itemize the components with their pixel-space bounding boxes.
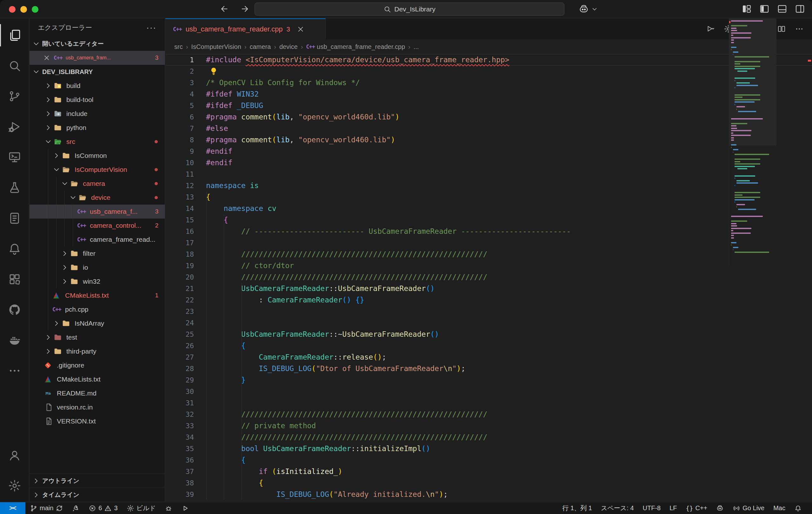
lightbulb-icon[interactable]: [209, 67, 218, 76]
tree-item-build-tool[interactable]: build-tool: [30, 93, 165, 107]
tree-item-filter[interactable]: filter: [30, 246, 165, 261]
toggle-primary-sidebar-icon[interactable]: [759, 4, 770, 14]
line-number[interactable]: 22: [165, 296, 194, 304]
outline-section[interactable]: アウトライン: [30, 474, 165, 488]
code-line-7[interactable]: 7#else: [165, 123, 812, 134]
problems-item[interactable]: 6 3: [84, 502, 122, 514]
tree-item-cmakelists-txt[interactable]: CMakeLists.txt1: [30, 289, 165, 302]
tree-item-include[interactable]: include: [30, 107, 165, 121]
open-editor-item[interactable]: C++ usb_camera_fram... 3: [30, 51, 165, 65]
workspace-section[interactable]: DEV_ISLIBRARY: [30, 65, 165, 79]
code-line-22[interactable]: 22 : CameraFrameReader() {}: [165, 294, 812, 306]
activity-extension-a-icon[interactable]: [0, 238, 29, 260]
toggle-secondary-sidebar-icon[interactable]: [795, 4, 805, 14]
activity-remote-explorer-icon[interactable]: [0, 146, 29, 168]
copilot-icon[interactable]: [578, 4, 589, 15]
line-number[interactable]: 9: [165, 147, 194, 155]
activity-accounts-icon[interactable]: [0, 444, 29, 466]
close-icon[interactable]: [43, 54, 51, 62]
code-line-37[interactable]: 37 if (isInitialized_): [165, 466, 812, 477]
open-editors-section[interactable]: 開いているエディター: [30, 37, 165, 51]
line-number[interactable]: 31: [165, 399, 194, 407]
line-number[interactable]: 34: [165, 433, 194, 441]
eol-item[interactable]: LF: [665, 502, 681, 514]
activity-docker-icon[interactable]: [0, 329, 29, 351]
code-line-10[interactable]: 10#endif: [165, 157, 812, 168]
chevron-down-icon[interactable]: [591, 6, 598, 13]
activity-search-icon[interactable]: [0, 55, 29, 77]
activity-extension-b-icon[interactable]: [0, 268, 29, 290]
line-number[interactable]: 27: [165, 353, 194, 361]
line-number[interactable]: 10: [165, 159, 194, 167]
cursor-position-item[interactable]: 行 1、列 1: [558, 502, 597, 514]
tree-item-pch-cpp[interactable]: C++pch.cpp: [30, 302, 165, 317]
line-number[interactable]: 35: [165, 445, 194, 453]
line-number[interactable]: 39: [165, 490, 194, 498]
forward-arrow-icon[interactable]: [240, 4, 250, 14]
line-number[interactable]: 2: [165, 67, 194, 75]
line-number[interactable]: 11: [165, 170, 194, 178]
remote-indicator[interactable]: ><: [0, 502, 25, 514]
line-number[interactable]: 25: [165, 330, 194, 338]
tree-item-usb-camera-f-[interactable]: C++usb_camera_f...3: [30, 205, 165, 219]
code-line-5[interactable]: 5#ifdef _DEBUG: [165, 100, 812, 111]
code-line-1[interactable]: 1#include <IsComputerVision/camera/devic…: [165, 54, 812, 65]
customize-layout-icon[interactable]: [742, 4, 752, 14]
code-line-26[interactable]: 26 {: [165, 340, 812, 351]
code-line-20[interactable]: 20 /////////////////////////////////////…: [165, 271, 812, 283]
line-number[interactable]: 5: [165, 102, 194, 110]
activity-manage-icon[interactable]: [0, 475, 29, 497]
breadcrumb-item[interactable]: src: [174, 43, 183, 51]
breadcrumb-item[interactable]: camera: [250, 43, 271, 51]
code-line-31[interactable]: 31: [165, 397, 812, 408]
timeline-section[interactable]: タイムライン: [30, 488, 165, 502]
notifications-item[interactable]: [790, 502, 806, 514]
tree-item-third-party[interactable]: third-party: [30, 344, 165, 358]
tree-item-cmakelists-txt[interactable]: CMakeLists.txt: [30, 372, 165, 386]
tree-item-python[interactable]: python: [30, 121, 165, 135]
tree-item-test[interactable]: test: [30, 330, 165, 344]
code-line-21[interactable]: 21 UsbCameraFrameReader::UsbCameraFrameR…: [165, 283, 812, 294]
tree-item-io[interactable]: io: [30, 261, 165, 274]
tree-item-camera[interactable]: camera: [30, 177, 165, 191]
line-number[interactable]: 33: [165, 422, 194, 430]
tree-item-iscommon[interactable]: IsCommon: [30, 149, 165, 163]
line-number[interactable]: 30: [165, 387, 194, 396]
run-item[interactable]: [177, 502, 193, 514]
indentation-item[interactable]: スペース: 4: [597, 502, 638, 514]
line-number[interactable]: 36: [165, 456, 194, 464]
code-line-19[interactable]: 19 // ctor/dtor: [165, 260, 812, 271]
line-number[interactable]: 12: [165, 182, 194, 190]
tree-item-version-rc-in[interactable]: version.rc.in: [30, 400, 165, 414]
code-line-14[interactable]: 14 namespace cv: [165, 203, 812, 214]
tree-item-readme-md[interactable]: README.md: [30, 386, 165, 400]
code-line-3[interactable]: 3/* OpenCV Lib Config for Windows */: [165, 77, 812, 88]
code-line-34[interactable]: 34 /////////////////////////////////////…: [165, 431, 812, 443]
tree-item-iscomputervision[interactable]: IsComputerVision: [30, 163, 165, 177]
os-item[interactable]: Mac: [769, 502, 790, 514]
line-number[interactable]: 1: [165, 56, 194, 64]
line-number[interactable]: 24: [165, 319, 194, 327]
line-number[interactable]: 8: [165, 136, 194, 144]
toggle-panel-icon[interactable]: [777, 4, 787, 14]
breadcrumb-item[interactable]: device: [279, 43, 298, 51]
line-number[interactable]: 18: [165, 250, 194, 258]
line-number[interactable]: 19: [165, 262, 194, 270]
tree-item-camera-frame-read-[interactable]: C++camera_frame_read...: [30, 233, 165, 246]
line-number[interactable]: 6: [165, 113, 194, 121]
golive-item[interactable]: Go Live: [728, 502, 769, 514]
code-line-24[interactable]: 24: [165, 317, 812, 328]
language-mode-item[interactable]: {} C++: [682, 502, 712, 514]
line-number[interactable]: 13: [165, 193, 194, 201]
minimize-window-button[interactable]: [20, 6, 27, 13]
code-line-36[interactable]: 36 {: [165, 454, 812, 466]
line-number[interactable]: 17: [165, 239, 194, 247]
code-line-8[interactable]: 8#pragma comment(lib, "opencv_world460.l…: [165, 134, 812, 145]
line-number[interactable]: 15: [165, 216, 194, 224]
breadcrumb-item[interactable]: C++usb_camera_frame_reader.cpp: [306, 43, 405, 51]
code-line-4[interactable]: 4#ifdef WIN32: [165, 88, 812, 100]
line-number[interactable]: 14: [165, 205, 194, 213]
activity-additional-views-icon[interactable]: [0, 360, 29, 382]
line-number[interactable]: 38: [165, 479, 194, 487]
tree-item-build[interactable]: build: [30, 79, 165, 93]
